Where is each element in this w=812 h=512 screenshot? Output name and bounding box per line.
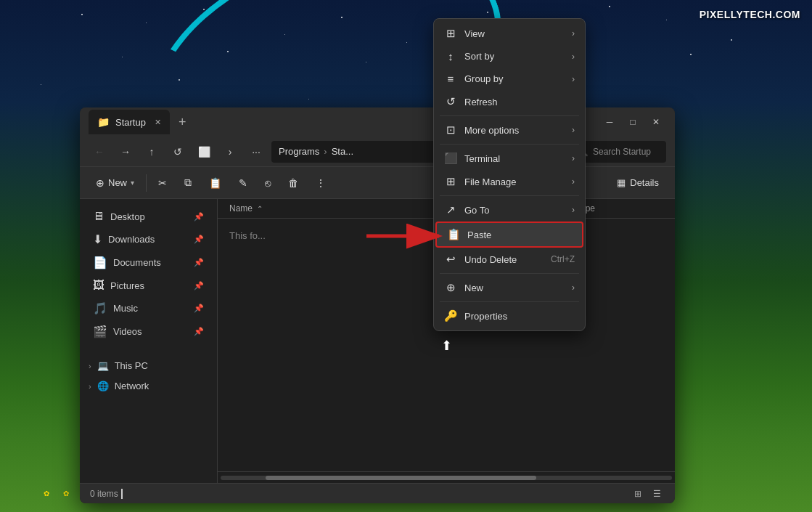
paste-button[interactable]: 📋 — [202, 174, 229, 192]
cmd-separator-1 — [146, 174, 147, 192]
sidebar-item-network[interactable]: › 🌐 Network — [80, 376, 217, 396]
goto-arrow: › — [572, 205, 575, 215]
close-button[interactable]: ✕ — [646, 112, 666, 132]
context-menu-group-by[interactable]: ≡ Group by › — [434, 68, 585, 90]
type-column-header[interactable]: Type — [576, 203, 663, 214]
horizontal-scrollbar[interactable] — [221, 476, 672, 480]
details-icon: ▦ — [617, 177, 626, 188]
new-tab-button[interactable]: + — [174, 113, 191, 131]
sidebar-item-documents[interactable]: 📄 Documents 📌 — [84, 251, 213, 274]
group-by-label: Group by — [464, 73, 565, 84]
new-label: New — [108, 177, 127, 188]
minimize-button[interactable]: ─ — [599, 112, 620, 132]
details-label: Details — [630, 177, 659, 188]
undo-delete-label: Undo Delete — [464, 254, 544, 265]
tab-folder-icon: 📁 — [97, 116, 110, 128]
context-menu-refresh[interactable]: ↺ Refresh — [434, 90, 585, 113]
back-button[interactable]: ← — [89, 141, 110, 163]
delete-icon: 🗑 — [288, 177, 298, 189]
scrollbar-thumb[interactable] — [266, 476, 536, 480]
delete-button[interactable]: 🗑 — [281, 174, 305, 192]
maximize-button[interactable]: □ — [623, 112, 643, 132]
rename-icon: ✎ — [239, 177, 247, 189]
new-button[interactable]: ⊕ New ▾ — [89, 174, 142, 192]
items-count: 0 items — [90, 489, 118, 499]
sidebar-pictures-label: Pictures — [110, 280, 144, 291]
context-menu-divider-2 — [440, 144, 579, 145]
sidebar-music-label: Music — [113, 303, 138, 314]
details-view-button[interactable]: ☰ — [649, 486, 665, 502]
copy-button[interactable]: ⧉ — [177, 173, 199, 192]
context-menu-divider-1 — [440, 115, 579, 116]
pictures-pin-icon: 📌 — [194, 281, 204, 290]
context-menu-more-options[interactable]: ⊡ More options › — [434, 118, 585, 142]
file-manage-icon: ⊞ — [444, 175, 457, 188]
watermark: PIXELLYTECH.COM — [700, 9, 800, 20]
network-expand-icon: › — [89, 382, 91, 391]
context-menu-divider-5 — [440, 301, 579, 302]
properties-label: Properties — [464, 311, 575, 322]
sidebar-this-pc-label: This PC — [115, 360, 148, 371]
forward-button[interactable]: → — [115, 141, 136, 163]
address-bar-icon: ⬜ — [193, 141, 215, 163]
window-tab[interactable]: 📁 Startup ✕ — [89, 110, 170, 134]
cut-icon: ✂ — [158, 177, 167, 189]
cmd-more-button[interactable]: ⋮ — [308, 174, 333, 192]
cmd-more-icon: ⋮ — [316, 177, 326, 189]
paste-icon: 📋 — [209, 177, 221, 189]
context-menu-terminal[interactable]: ⬛ Terminal › — [434, 147, 585, 170]
status-bar: 0 items ⊞ ☰ — [80, 483, 675, 503]
sort-by-label: Sort by — [464, 51, 565, 62]
desktop-pin-icon: 📌 — [194, 212, 204, 222]
cut-button[interactable]: ✂ — [151, 174, 174, 192]
sidebar-downloads-label: Downloads — [108, 234, 155, 245]
search-bar[interactable]: 🔍 Search Startup — [572, 141, 666, 163]
copy-icon: ⧉ — [184, 176, 192, 189]
context-menu-divider-3 — [440, 195, 579, 196]
sidebar-desktop-label: Desktop — [110, 211, 145, 222]
up-button[interactable]: ↑ — [141, 141, 163, 163]
context-menu-undo-delete[interactable]: ↩ Undo Delete Ctrl+Z — [434, 248, 585, 271]
group-by-icon: ≡ — [444, 73, 457, 85]
group-by-arrow: › — [572, 74, 575, 84]
context-menu-view[interactable]: ⊞ View › — [434, 22, 585, 45]
navigation-toolbar: ← → ↑ ↺ ⬜ › ··· Programs › Sta... 🔍 Sear… — [80, 137, 675, 167]
documents-pin-icon: 📌 — [194, 258, 204, 267]
details-button[interactable]: ▦ Details — [610, 174, 666, 192]
rename-button[interactable]: ✎ — [231, 174, 255, 192]
tab-close-button[interactable]: ✕ — [155, 118, 161, 127]
sidebar-item-this-pc[interactable]: › 💻 This PC — [80, 356, 217, 375]
context-menu: ⊞ View › ↕ Sort by › ≡ Group by › ↺ Refr… — [433, 18, 586, 331]
properties-icon: 🔑 — [444, 309, 457, 322]
share-button[interactable]: ⎋ — [258, 174, 278, 192]
path-separator: › — [324, 146, 327, 157]
refresh-label: Refresh — [464, 97, 575, 107]
scrollbar-area — [218, 471, 675, 483]
context-menu-goto[interactable]: ↗ Go To › — [434, 198, 585, 222]
expand-arrow[interactable]: › — [219, 141, 241, 163]
goto-label: Go To — [464, 205, 565, 216]
context-menu-divider-4 — [440, 273, 579, 274]
context-menu-properties[interactable]: 🔑 Properties — [434, 304, 585, 328]
sidebar-item-downloads[interactable]: ⬇ Downloads 📌 — [84, 228, 213, 251]
more-nav-button[interactable]: ··· — [245, 141, 267, 163]
videos-pin-icon: 📌 — [194, 327, 204, 336]
sidebar-documents-label: Documents — [113, 257, 161, 268]
window-controls: ─ □ ✕ — [599, 112, 666, 132]
context-menu-sort-by[interactable]: ↕ Sort by › — [434, 45, 585, 68]
context-menu-paste[interactable]: 📋 Paste — [435, 222, 583, 248]
sidebar-item-pictures[interactable]: 🖼 Pictures 📌 — [84, 275, 213, 296]
explorer-window: 📁 Startup ✕ + ─ □ ✕ ← → ↑ ↺ ⬜ › ··· Prog… — [80, 107, 675, 503]
pictures-icon: 🖼 — [93, 279, 104, 292]
sidebar-item-desktop[interactable]: 🖥 Desktop 📌 — [84, 206, 213, 227]
paste-label: Paste — [467, 229, 572, 240]
sidebar-item-music[interactable]: 🎵 Music 📌 — [84, 297, 213, 320]
file-manage-label: File Manage — [464, 176, 565, 187]
terminal-label: Terminal — [464, 153, 565, 164]
view-menu-label: View — [464, 28, 565, 39]
refresh-button[interactable]: ↺ — [167, 141, 189, 163]
context-menu-new[interactable]: ⊕ New › — [434, 276, 585, 299]
list-view-button[interactable]: ⊞ — [630, 486, 646, 502]
sidebar-item-videos[interactable]: 🎬 Videos 📌 — [84, 320, 213, 343]
context-menu-file-manage[interactable]: ⊞ File Manage › — [434, 170, 585, 193]
